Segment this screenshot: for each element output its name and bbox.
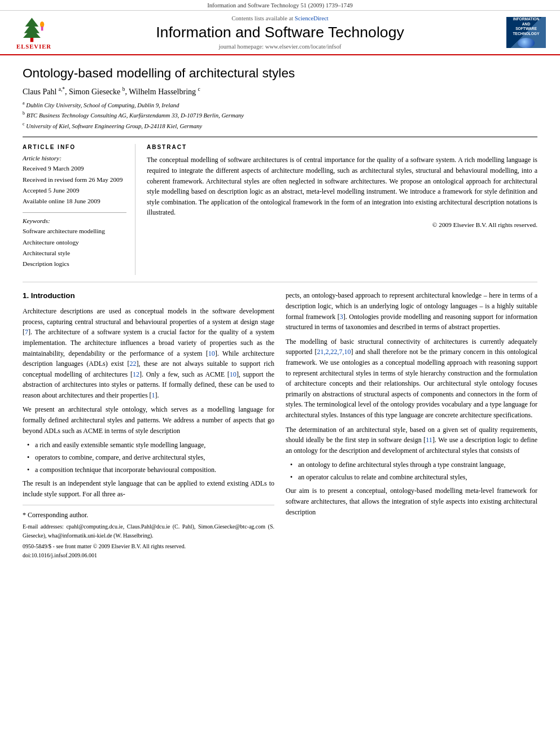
info-abstract-section: ARTICLE INFO Article history: Received 9… [23, 137, 537, 282]
info-divider [23, 212, 126, 213]
received-date: Received 9 March 2009 Received in revise… [23, 163, 126, 207]
keywords-label: Keywords: [23, 217, 126, 224]
history-label: Article history: [23, 155, 126, 161]
journal-name: Information and Software Technology [56, 24, 504, 41]
article-authors: Claus Pahl a,*, Simon Giesecke b, Wilhel… [23, 86, 537, 97]
bullet-list-col1: a rich and easily extensible semantic st… [27, 440, 274, 475]
email-note: E-mail addresses: cpahl@computing.dcu.ie… [23, 522, 274, 540]
article-title-section: Ontology-based modelling of architectura… [23, 55, 537, 137]
revised-text: Received in revised form 26 May 2009 [23, 174, 126, 185]
elsevier-logo-container: ELSEVIER [11, 15, 56, 50]
keyword-2: Architectural style [23, 248, 126, 259]
accepted-text: Accepted 5 June 2009 [23, 185, 126, 196]
available-text: Available online 18 June 2009 [23, 196, 126, 207]
keyword-1: Architecture ontology [23, 237, 126, 248]
sciencedirect-link[interactable]: ScienceDirect [295, 15, 329, 21]
keywords-values: Software architecture modelling Architec… [23, 226, 126, 269]
affiliation-a: a Dublin City University, School of Comp… [23, 100, 537, 110]
intro-para-2: We present an architectural style ontolo… [23, 404, 274, 436]
keyword-3: Description logics [23, 259, 126, 269]
received-text: Received 9 March 2009 [23, 163, 126, 174]
intro-para-1: Architecture descriptions are used as co… [23, 306, 274, 400]
elsevier-wordmark: ELSEVIER [16, 43, 51, 50]
article-info-col: ARTICLE INFO Article history: Received 9… [23, 144, 135, 275]
col2-para-3: The determination of an architectural st… [286, 425, 537, 456]
col2-final: Our aim is to present a conceptual, onto… [286, 486, 537, 517]
article-history-group: Article history: Received 9 March 2009 R… [23, 155, 126, 207]
corresponding-label: * Corresponding author. [23, 510, 88, 521]
col2-para-2: The modelling of basic structural connec… [286, 337, 537, 421]
elsevier-logo: ELSEVIER [16, 15, 51, 50]
journal-header: ELSEVIER Contents lists available at Sci… [0, 11, 560, 55]
col2-para-1: pects, an ontology-based approach to rep… [286, 290, 537, 332]
bullet-col2-1: an operator calculus to relate and combi… [290, 472, 537, 482]
main-content: Ontology-based modelling of architectura… [0, 55, 560, 562]
corresponding-note: * Corresponding author. [23, 510, 274, 521]
journal-homepage-text: journal homepage: www.elsevier.com/locat… [56, 43, 504, 50]
body-section: 1. Introduction Architecture description… [23, 282, 537, 562]
svg-rect-6 [41, 27, 43, 30]
keyword-0: Software architecture modelling [23, 226, 126, 237]
issn-note: 0950-5849/$ - see front matter © 2009 El… [23, 542, 274, 560]
abstract-col: ABSTRACT The conceptual modelling of sof… [147, 144, 537, 275]
authors-text: Claus Pahl a,*, Simon Giesecke b, Wilhel… [23, 88, 200, 96]
issn-text: 0950-5849/$ - see front matter © 2009 El… [23, 542, 274, 551]
body-col-left: 1. Introduction Architecture description… [23, 290, 274, 562]
abstract-copyright: © 2009 Elsevier B.V. All rights reserved… [147, 221, 537, 228]
ist-globe-icon [518, 38, 535, 48]
journal-title-block: Contents lists available at ScienceDirec… [56, 15, 504, 50]
intro-para-final: The result is an independent style langu… [23, 478, 274, 499]
article-footer: * Corresponding author. E-mail addresses… [23, 505, 274, 562]
bullet-col1-0: a rich and easily extensible semantic st… [27, 440, 274, 450]
bullet-list-col2: an ontology to define architectural styl… [290, 460, 537, 482]
bullet-col1-1: operators to combine, compare, and deriv… [27, 452, 274, 462]
article-title: Ontology-based modelling of architectura… [23, 65, 537, 81]
ist-logo-text: INFORMATIONANDSOFTWARETECHNOLOGY [513, 17, 540, 37]
article-info-label: ARTICLE INFO [23, 144, 126, 150]
affiliations: a Dublin City University, School of Comp… [23, 100, 537, 131]
journal-citation: Information and Software Technology 51 (… [0, 0, 560, 11]
affiliation-b: b BTC Business Technology Consulting AG,… [23, 110, 537, 120]
body-col-right: pects, an ontology-based approach to rep… [286, 290, 537, 562]
abstract-text: The conceptual modelling of software arc… [147, 155, 537, 218]
citation-text: Information and Software Technology 51 (… [207, 2, 353, 8]
email-label: E-mail addresses: [23, 523, 64, 530]
contents-available-text: Contents lists available at [231, 15, 293, 21]
elsevier-tree-icon [19, 15, 50, 43]
affiliation-c: c University of Kiel, Software Engineeri… [23, 121, 537, 131]
doi-text: doi:10.1016/j.infsof.2009.06.001 [23, 551, 274, 560]
ist-logo: INFORMATIONANDSOFTWARETECHNOLOGY [506, 17, 546, 48]
contents-available-line: Contents lists available at ScienceDirec… [56, 15, 504, 21]
bullet-col2-0: an ontology to define architectural styl… [290, 460, 537, 470]
ist-logo-container: INFORMATIONANDSOFTWARETECHNOLOGY [504, 17, 549, 48]
section1-heading: 1. Introduction [23, 290, 274, 302]
bullet-col1-2: a composition technique that incorporate… [27, 465, 274, 475]
keywords-group: Keywords: Software architecture modellin… [23, 217, 126, 269]
abstract-label: ABSTRACT [147, 144, 537, 150]
